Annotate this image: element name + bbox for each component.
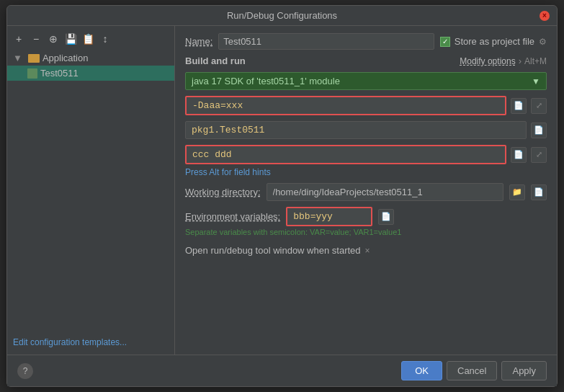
name-label: Name: (185, 36, 212, 47)
tree-item-label: Test0511 (40, 68, 79, 79)
main-class-input[interactable] (185, 121, 527, 139)
working-dir-input[interactable] (267, 183, 503, 201)
ok-button[interactable]: OK (401, 361, 442, 380)
vm-options-input[interactable] (185, 96, 506, 115)
title-bar: Run/Debug Configurations × (7, 6, 557, 26)
env-vars-input[interactable] (286, 207, 372, 226)
close-button[interactable]: × (540, 11, 550, 21)
dialog-footer: ? OK Cancel Apply (7, 355, 557, 386)
name-input[interactable] (218, 33, 434, 50)
chevron-down-icon: ▼ (13, 53, 22, 63)
env-vars-section: Environment variables: 📄 Separate variab… (185, 207, 547, 236)
build-run-title: Build and run (185, 55, 246, 66)
dropdown-arrow-icon: ▼ (532, 76, 540, 86)
dialog-body: + − ⊕ 💾 📋 ↕ ▼ Application Test0511 (7, 26, 557, 355)
sort-config-button[interactable]: ↕ (98, 32, 112, 46)
add-config-button[interactable]: + (12, 32, 26, 46)
program-args-expand-button[interactable]: ⤢ (531, 147, 547, 163)
working-dir-label: Working directory: (185, 187, 261, 197)
name-row: Name: Store as project file ⚙ (185, 33, 547, 50)
vm-options-expand-button[interactable]: ⤢ (531, 98, 547, 114)
program-args-file-button[interactable]: 📄 (511, 147, 527, 163)
open-toolwindow-text: Open run/debug tool window when started (185, 245, 361, 256)
dialog-title: Run/Debug Configurations (24, 10, 540, 21)
field-hint: Press Alt for field hints (185, 167, 547, 177)
footer-left: ? (17, 363, 33, 379)
apply-button[interactable]: Apply (501, 361, 547, 380)
folder-icon (28, 54, 40, 63)
env-vars-file-button[interactable]: 📄 (378, 209, 394, 225)
modify-options-link[interactable]: Modify options (460, 56, 515, 66)
working-dir-browse-button[interactable]: 📁 (509, 184, 525, 200)
modify-shortcut: Alt+M (524, 56, 547, 66)
main-panel: Name: Store as project file ⚙ Build and … (175, 26, 557, 355)
sdk-dropdown[interactable]: java 17 SDK of 'test0511_1' module ▼ (185, 72, 547, 90)
program-args-row: 📄 ⤢ (185, 145, 547, 164)
store-project-checkbox[interactable] (440, 37, 450, 47)
working-dir-row: Working directory: 📁 📄 (185, 183, 547, 201)
build-run-header: Build and run Modify options › Alt+M (185, 55, 547, 66)
run-debug-configurations-dialog: Run/Debug Configurations × + − ⊕ 💾 📋 ↕ ▼… (6, 5, 558, 387)
sdk-value: java 17 SDK of 'test0511_1' module (192, 76, 340, 86)
main-class-file-button[interactable]: 📄 (531, 122, 547, 138)
close-toolwindow-icon[interactable]: × (365, 246, 370, 256)
footer-right: OK Cancel Apply (401, 361, 547, 380)
help-button[interactable]: ? (17, 363, 33, 379)
config-icon (27, 68, 37, 79)
working-dir-file-button[interactable]: 📄 (531, 184, 547, 200)
save-config-button[interactable]: 💾 (63, 32, 78, 46)
program-args-input[interactable] (185, 145, 506, 164)
env-vars-label: Environment variables: (185, 211, 280, 222)
store-project-label: Store as project file (455, 36, 534, 47)
cancel-button[interactable]: Cancel (447, 361, 497, 380)
sidebar-footer: Edit configuration templates... (7, 333, 174, 352)
env-hint: Separate variables with semicolon: VAR=v… (185, 228, 547, 236)
sidebar-tree: ▼ Application Test0511 (7, 49, 174, 192)
store-project-row: Store as project file ⚙ (440, 36, 547, 47)
sidebar: + − ⊕ 💾 📋 ↕ ▼ Application Test0511 (7, 26, 175, 355)
vm-options-row: 📄 ⤢ (185, 96, 547, 115)
gear-icon[interactable]: ⚙ (539, 37, 547, 47)
open-toolwindow-row: Open run/debug tool window when started … (185, 245, 547, 256)
tree-item-test0511[interactable]: Test0511 (7, 66, 174, 81)
edit-templates-link[interactable]: Edit configuration templates... (13, 337, 127, 347)
paste-config-button[interactable]: 📋 (81, 32, 95, 46)
tree-group-label: Application (42, 53, 89, 63)
remove-config-button[interactable]: − (29, 32, 43, 46)
env-vars-row: Environment variables: 📄 (185, 207, 547, 226)
copy-config-button[interactable]: ⊕ (46, 32, 61, 46)
tree-group-application[interactable]: ▼ Application (7, 50, 174, 66)
vm-options-file-button[interactable]: 📄 (511, 98, 527, 114)
main-class-row: 📄 (185, 121, 547, 139)
sidebar-toolbar: + − ⊕ 💾 📋 ↕ (7, 29, 174, 49)
